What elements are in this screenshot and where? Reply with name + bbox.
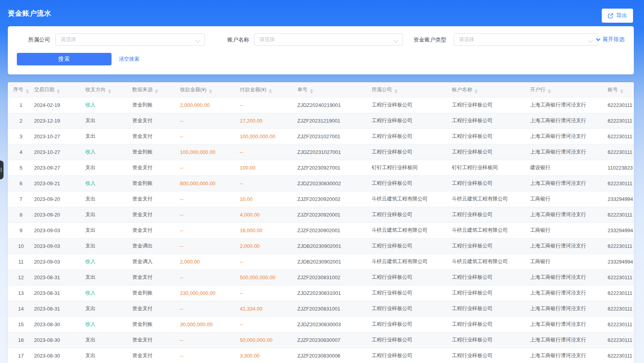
- cell-index: 1: [8, 97, 34, 113]
- cell-date: 2024-02-19: [34, 97, 85, 113]
- cell-source: 资金到账: [132, 144, 180, 160]
- cell-direction: 支出: [85, 348, 132, 363]
- sort-carets-icon[interactable]: [310, 89, 313, 93]
- cell-account-name: 斗栱云建筑工程有限公司: [452, 254, 530, 269]
- cell-amount-in: --: [180, 207, 240, 222]
- column-header-label: 付款金额(¥): [240, 87, 266, 92]
- sort-carets-icon[interactable]: [108, 89, 111, 93]
- cell-company: 工程行业样板公司: [372, 175, 452, 191]
- cell-order-number: ZJDZ20231027001: [297, 144, 372, 160]
- sort-carets-icon[interactable]: [26, 89, 29, 93]
- cell-company: 斗栱云建筑工程有限公司: [372, 222, 452, 238]
- cell-bank: 上海工商银行漕河泾支行: [530, 175, 608, 191]
- cell-company: 工程行业样板公司: [372, 316, 452, 332]
- column-header-label: 账户名称: [452, 87, 472, 92]
- collapsed-drawer-handle[interactable]: [0, 161, 4, 179]
- cell-index: 15: [8, 316, 34, 332]
- cell-amount-in: 800,000,000.00: [180, 175, 240, 191]
- cell-account-name: 工程行业样板公司: [452, 285, 530, 301]
- sort-carets-icon[interactable]: [269, 89, 272, 93]
- cell-bank: 上海工商银行漕河泾支行: [530, 269, 608, 285]
- cell-amount-in: --: [180, 191, 240, 207]
- cell-bank: 上海工商银行漕河泾支行: [530, 332, 608, 348]
- cell-direction: 支出: [85, 160, 132, 175]
- column-header[interactable]: 付款金额(¥): [240, 82, 297, 97]
- cell-order-number: ZJDB20230902001: [297, 238, 372, 254]
- cell-bank: 建设银行: [530, 160, 608, 175]
- cell-amount-out: 3,300.00: [240, 348, 297, 363]
- cell-source: 资金到账: [132, 97, 180, 113]
- sort-carets-icon[interactable]: [620, 89, 623, 93]
- table-row: 5 2023-09-27 支出 资金支付 -- 100.00 ZJZF20230…: [8, 160, 634, 175]
- column-header-label: 交易日期: [34, 87, 54, 92]
- column-header-label: 序号: [13, 87, 23, 92]
- cell-index: 4: [8, 144, 34, 160]
- cell-account-number: 622230111: [608, 128, 634, 144]
- column-header[interactable]: 开户行: [530, 82, 608, 97]
- sort-carets-icon[interactable]: [475, 89, 478, 93]
- column-header[interactable]: 数据来源: [132, 82, 180, 97]
- clear-search-link[interactable]: 清空搜索: [119, 53, 139, 65]
- account-name-filter-label: 账户名称: [226, 33, 249, 46]
- cell-source: 资金支付: [132, 222, 180, 238]
- cell-account-name: 工程行业样板公司: [452, 175, 530, 191]
- table-row: 3 2023-10-27 支出 资金支付 -- 100,000,000.00 Z…: [8, 128, 634, 144]
- column-header[interactable]: 单号: [297, 82, 372, 97]
- sort-carets-icon[interactable]: [548, 89, 551, 93]
- cell-bank: 上海工商银行漕河泾支行: [530, 144, 608, 160]
- column-header[interactable]: 所属公司: [372, 82, 452, 97]
- account-type-select-placeholder: 请选择: [459, 36, 474, 43]
- cell-amount-in: --: [180, 332, 240, 348]
- cell-direction: 支出: [85, 191, 132, 207]
- cell-bank: 上海工商银行漕河泾支行: [530, 316, 608, 332]
- column-header-label: 数据来源: [132, 87, 153, 92]
- flow-table-card: 序号交易日期收支方向数据来源收款金额(¥)付款金额(¥)单号所属公司账户名称开户…: [8, 82, 634, 363]
- company-select[interactable]: 请选择: [56, 33, 205, 46]
- column-header[interactable]: 收款金额(¥): [180, 82, 240, 97]
- cell-source: 资金到账: [132, 175, 180, 191]
- cell-amount-in: --: [180, 238, 240, 254]
- sort-carets-icon[interactable]: [394, 89, 398, 93]
- cell-bank: 上海工商银行漕河泾支行: [530, 238, 608, 254]
- cell-date: 2023-09-03: [34, 254, 85, 269]
- cell-account-number: 622230111: [608, 97, 634, 113]
- cell-direction: 支出: [85, 128, 132, 144]
- titlebar: 资金账户流水 导出: [0, 0, 644, 25]
- account-type-select[interactable]: 请选择: [454, 33, 598, 46]
- column-header[interactable]: 收支方向: [85, 82, 132, 97]
- expand-filters-link[interactable]: 展开筛选: [597, 33, 624, 46]
- cell-direction: 支出: [85, 207, 132, 222]
- cell-source: 资金到账: [132, 285, 180, 301]
- column-header[interactable]: 账号: [608, 82, 634, 97]
- cell-index: 7: [8, 191, 34, 207]
- sort-carets-icon[interactable]: [209, 89, 212, 93]
- cell-company: 工程行业样板公司: [372, 144, 452, 160]
- table-row: 16 2023-08-30 支出 资金支付 -- 50,000,000.00 Z…: [8, 332, 634, 348]
- cell-account-number: 622230111: [608, 269, 634, 285]
- cell-index: 13: [8, 285, 34, 301]
- cell-amount-out: 100,000,000.00: [240, 128, 297, 144]
- cell-bank: 上海工商银行漕河泾支行: [530, 128, 608, 144]
- cell-amount-in: --: [180, 348, 240, 363]
- cell-index: 11: [8, 254, 34, 269]
- sort-carets-icon[interactable]: [155, 89, 158, 93]
- cell-account-number: 110223823: [608, 160, 634, 175]
- cell-date: 2023-09-27: [34, 160, 85, 175]
- table-row: 9 2023-09-03 支出 资金支付 -- 16,000.00 ZJZF20…: [8, 222, 634, 238]
- cell-company: 工程行业样板公司: [372, 128, 452, 144]
- cell-amount-out: --: [240, 316, 297, 332]
- column-header[interactable]: 交易日期: [34, 82, 85, 97]
- column-header[interactable]: 账户名称: [452, 82, 530, 97]
- sort-carets-icon[interactable]: [57, 89, 60, 93]
- cell-account-name: 工程行业样板公司: [452, 269, 530, 285]
- cell-company: 工程行业样板公司: [372, 97, 452, 113]
- cell-amount-in: 2,000,000.00: [180, 97, 240, 113]
- cell-direction: 收入: [85, 97, 132, 113]
- search-button[interactable]: 搜索: [17, 53, 112, 65]
- export-label: 导出: [616, 12, 627, 19]
- cell-amount-in: --: [180, 128, 240, 144]
- cell-direction: 收入: [85, 316, 132, 332]
- account-name-select[interactable]: 请选择: [254, 33, 403, 46]
- export-button[interactable]: 导出: [602, 9, 633, 23]
- cell-index: 9: [8, 222, 34, 238]
